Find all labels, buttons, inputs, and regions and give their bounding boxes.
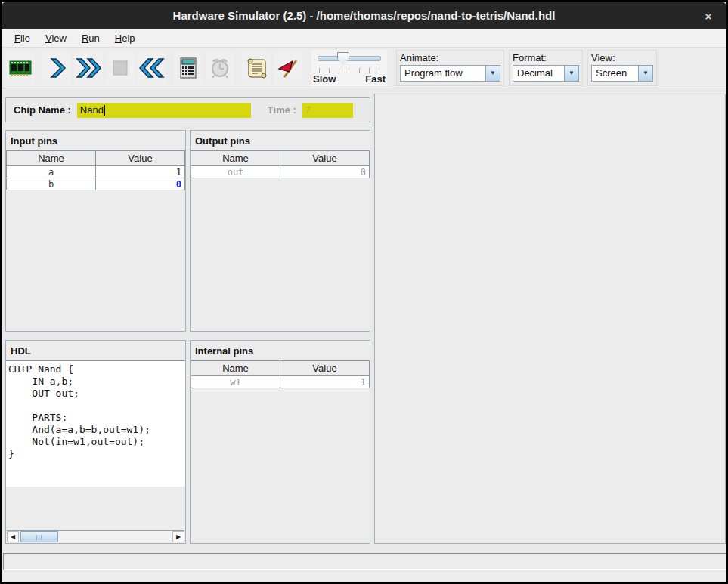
view-group: View: Screen ▼ <box>587 50 657 86</box>
slider-thumb[interactable] <box>337 52 349 65</box>
slider-fast-label: Fast <box>365 73 386 85</box>
chip-name-value: Nand <box>80 104 104 116</box>
hdl-code-view[interactable]: CHIP Nand { IN a,b; OUT out; PARTS: And(… <box>6 360 185 487</box>
text-caret <box>104 105 105 116</box>
window-title: Hardware Simulator (2.5) - /home/thomas/… <box>173 9 556 22</box>
chevron-down-icon[interactable]: ▼ <box>485 66 500 81</box>
stop-button[interactable] <box>106 52 135 84</box>
run-button[interactable] <box>74 52 103 84</box>
run-icon <box>75 57 102 79</box>
bottom-strip <box>2 572 726 584</box>
hardware-simulator-window: Hardware Simulator (2.5) - /home/thomas/… <box>0 0 728 584</box>
load-chip-button[interactable] <box>6 52 35 84</box>
menu-help[interactable]: Help <box>108 31 142 45</box>
table-header-row: Name Value <box>191 151 370 166</box>
table-row: b 0 <box>7 178 185 190</box>
scroll-left-icon[interactable]: ◀ <box>7 531 19 542</box>
format-selected-value: Decimal <box>513 66 557 81</box>
pin-name-a: a <box>7 166 96 178</box>
table-header-row: Name Value <box>7 151 185 166</box>
reset-icon <box>138 57 166 79</box>
column-header-name: Name <box>7 151 96 166</box>
slider-labels: Slow Fast <box>311 73 387 85</box>
slider-track[interactable] <box>318 56 381 61</box>
single-step-button[interactable] <box>42 52 71 84</box>
menu-help-label: elp <box>122 32 135 44</box>
format-label: Format: <box>513 52 579 63</box>
output-pins-title: Output pins <box>191 131 370 150</box>
pin-value-b[interactable]: 0 <box>96 178 185 190</box>
column-header-value: Value <box>96 151 185 166</box>
animate-label: Animate: <box>400 52 500 63</box>
animate-group: Animate: Program flow ▼ <box>396 50 504 86</box>
internal-pins-title: Internal pins <box>191 341 370 360</box>
view-label: View: <box>591 52 653 63</box>
time-label: Time : <box>268 104 296 116</box>
breakpoints-button[interactable] <box>274 52 302 84</box>
menu-file-mnemonic: F <box>14 32 20 44</box>
time-field: 7 <box>302 103 353 118</box>
pin-value-w1: 1 <box>280 376 370 388</box>
format-select[interactable]: Decimal ▼ <box>513 65 579 82</box>
hdl-title: HDL <box>6 341 185 360</box>
menu-run-mnemonic: R <box>82 32 88 44</box>
pin-name-w1: w1 <box>191 376 280 388</box>
hdl-horizontal-scrollbar[interactable]: ◀ ||| ▶ <box>7 530 184 542</box>
screen-display-panel <box>374 94 726 544</box>
menu-view-label: iew <box>51 32 67 44</box>
chevron-down-icon[interactable]: ▼ <box>638 66 652 81</box>
column-header-name: Name <box>191 151 280 166</box>
pin-value-out: 0 <box>280 166 370 178</box>
input-pins-table: Name Value a 1 b 0 <box>6 150 185 190</box>
speed-slider[interactable]: Slow Fast <box>311 50 387 86</box>
table-row: w1 1 <box>191 376 370 388</box>
pin-name-out: out <box>191 166 280 178</box>
output-pins-panel: Output pins Name Value out 0 <box>190 130 370 332</box>
table-row: a 1 <box>7 166 185 178</box>
column-header-value: Value <box>280 361 370 376</box>
script-icon <box>246 57 267 79</box>
reset-button[interactable] <box>138 52 166 84</box>
chevron-down-icon[interactable]: ▼ <box>564 66 578 81</box>
animate-selected-value: Program flow <box>401 66 467 81</box>
slider-ticks <box>319 68 379 73</box>
scroll-right-icon[interactable]: ▶ <box>172 531 184 542</box>
table-row: out 0 <box>191 166 370 178</box>
input-pins-panel: Input pins Name Value a 1 b 0 <box>5 130 186 332</box>
pin-value-a[interactable]: 1 <box>96 166 185 178</box>
scrollbar-thumb[interactable]: ||| <box>20 531 58 542</box>
view-select[interactable]: Screen ▼ <box>591 65 653 82</box>
internal-pins-panel: Internal pins Name Value w1 1 <box>190 340 370 544</box>
script-button[interactable] <box>242 52 271 84</box>
format-group: Format: Decimal ▼ <box>509 50 583 86</box>
evaluate-button[interactable] <box>174 52 203 84</box>
internal-pins-table: Name Value w1 1 <box>191 360 370 388</box>
animate-select[interactable]: Program flow ▼ <box>400 65 500 82</box>
stop-icon <box>111 59 129 77</box>
scrollbar-track[interactable]: ||| <box>19 531 172 542</box>
table-header-row: Name Value <box>191 361 370 376</box>
menu-run[interactable]: Run <box>75 31 107 45</box>
calculator-icon <box>178 57 198 79</box>
menu-run-label: un <box>88 32 99 44</box>
close-icon[interactable]: × <box>699 8 717 24</box>
pin-name-b: b <box>7 178 96 190</box>
column-header-name: Name <box>191 361 280 376</box>
hdl-panel: HDL CHIP Nand { IN a,b; OUT out; PARTS: … <box>5 340 186 544</box>
menu-view[interactable]: View <box>39 31 73 45</box>
input-pins-title: Input pins <box>6 131 185 150</box>
load-chip-icon <box>8 58 33 78</box>
title-bar: Hardware Simulator (2.5) - /home/thomas/… <box>2 2 726 29</box>
menu-file-label: ile <box>20 32 30 44</box>
clock-button[interactable] <box>206 52 234 84</box>
menu-bar: File View Run Help <box>2 29 726 48</box>
menu-help-mnemonic: H <box>115 32 122 44</box>
slider-slow-label: Slow <box>313 73 336 85</box>
chip-name-label: Chip Name : <box>14 104 71 116</box>
view-selected-value: Screen <box>592 66 631 81</box>
breakpoint-flag-icon <box>277 57 299 79</box>
chip-name-bar: Chip Name : Nand Time : 7 <box>5 97 370 122</box>
toolbar: Slow Fast Animate: Program flow ▼ Format… <box>2 48 726 88</box>
menu-file[interactable]: File <box>8 31 37 45</box>
chip-name-input[interactable]: Nand <box>77 103 251 118</box>
